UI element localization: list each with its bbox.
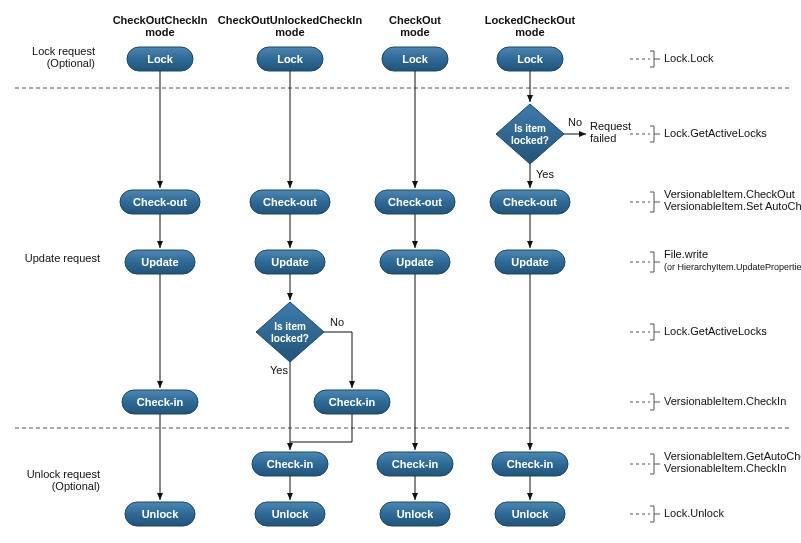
svg-text:locked?: locked? <box>511 135 549 146</box>
edge-no <box>324 332 352 388</box>
row-update: Update request <box>25 252 100 264</box>
col3-h1: CheckOut <box>389 14 441 26</box>
branch-no: No <box>330 316 344 328</box>
anno-get-active-locks-mid: Lock.GetActiveLocks <box>630 324 767 340</box>
svg-text:Unlock: Unlock <box>397 508 435 520</box>
svg-text:Update: Update <box>396 256 433 268</box>
anno-checkout: VersionableItem.CheckOut VersionableItem… <box>630 188 801 212</box>
svg-text:Is item: Is item <box>274 321 306 332</box>
svg-text:Lock.Unlock: Lock.Unlock <box>664 507 724 519</box>
col1: Lock Check-out Update Check-in Unlock <box>120 47 200 526</box>
svg-text:Check-out: Check-out <box>503 196 557 208</box>
col2: Lock Check-out Update Is item locked? No… <box>250 47 390 526</box>
svg-text:Lock: Lock <box>277 53 304 65</box>
svg-text:Update: Update <box>511 256 548 268</box>
svg-text:Unlock: Unlock <box>512 508 550 520</box>
svg-text:VersionableItem.GetAutoCheckIn: VersionableItem.GetAutoCheckIn <box>664 450 801 462</box>
svg-text:Update: Update <box>271 256 308 268</box>
svg-text:Check-in: Check-in <box>507 458 554 470</box>
svg-text:Check-out: Check-out <box>263 196 317 208</box>
col1-h1: CheckOutCheckIn <box>113 14 208 26</box>
svg-text:VersionableItem.CheckIn: VersionableItem.CheckIn <box>664 395 786 407</box>
svg-text:Check-out: Check-out <box>133 196 187 208</box>
col3: Lock Check-out Update Check-in Unlock <box>375 47 455 526</box>
column-headers: CheckOutCheckIn mode CheckOutUnlockedChe… <box>113 14 576 38</box>
anno-get-active-locks-top: Lock.GetActiveLocks <box>630 126 767 142</box>
edge-merge <box>290 414 352 442</box>
svg-text:Lock: Lock <box>147 53 174 65</box>
anno-lock-lock: Lock.Lock <box>630 51 714 67</box>
svg-text:File.write: File.write <box>664 248 708 260</box>
col4-h1: LockedCheckOut <box>485 14 576 26</box>
col1-h2: mode <box>145 26 174 38</box>
col4-h2: mode <box>515 26 544 38</box>
svg-text:Check-in: Check-in <box>392 458 439 470</box>
svg-text:Unlock: Unlock <box>272 508 310 520</box>
svg-text:Unlock: Unlock <box>142 508 180 520</box>
row-lock-l1: Lock request <box>32 45 95 57</box>
annotations: Lock.Lock Lock.GetActiveLocks Versionabl… <box>630 51 801 522</box>
row-labels: Lock request (Optional) Update request U… <box>25 45 100 492</box>
decision-is-item-locked: Is item locked? <box>256 302 324 362</box>
svg-text:Check-in: Check-in <box>137 396 184 408</box>
flowchart-diagram: CheckOutCheckIn mode CheckOutUnlockedChe… <box>0 0 801 543</box>
svg-text:Update: Update <box>141 256 178 268</box>
svg-text:locked?: locked? <box>271 333 309 344</box>
svg-text:Lock.GetActiveLocks: Lock.GetActiveLocks <box>664 325 767 337</box>
anno-file-write: File.write (or HierarchyItem.UpdatePrope… <box>630 248 801 272</box>
svg-text:Is item: Is item <box>514 123 546 134</box>
branch-yes: Yes <box>536 168 554 180</box>
svg-text:(or   HierarchyItem.UpdateProp: (or HierarchyItem.UpdateProperties) <box>664 262 801 272</box>
anno-checkin: VersionableItem.CheckIn <box>630 394 786 410</box>
branch-no: No <box>568 116 582 128</box>
svg-text:VersionableItem.Set AutoCheckI: VersionableItem.Set AutoCheckIn <box>664 200 801 212</box>
svg-text:Lock.Lock: Lock.Lock <box>664 52 714 64</box>
svg-text:Check-out: Check-out <box>388 196 442 208</box>
col4: Lock Is item locked? No Request failed Y… <box>490 47 631 526</box>
request-failed-l2: failed <box>590 132 616 144</box>
anno-lock-unlock: Lock.Unlock <box>630 506 724 522</box>
row-unlock-l2: (Optional) <box>52 480 100 492</box>
svg-text:Lock: Lock <box>517 53 544 65</box>
svg-text:Lock.GetActiveLocks: Lock.GetActiveLocks <box>664 127 767 139</box>
col2-h2: mode <box>275 26 304 38</box>
svg-text:VersionableItem.CheckIn: VersionableItem.CheckIn <box>664 462 786 474</box>
svg-text:VersionableItem.CheckOut: VersionableItem.CheckOut <box>664 188 795 200</box>
col2-h1: CheckOutUnlockedCheckIn <box>218 14 363 26</box>
svg-text:Lock: Lock <box>402 53 429 65</box>
branch-yes: Yes <box>270 364 288 376</box>
row-lock-l2: (Optional) <box>47 57 95 69</box>
col3-h2: mode <box>400 26 429 38</box>
request-failed-l1: Request <box>590 120 631 132</box>
svg-text:Check-in: Check-in <box>267 458 314 470</box>
decision-is-item-locked: Is item locked? <box>496 104 564 164</box>
svg-text:Check-in: Check-in <box>329 396 376 408</box>
anno-auto-checkin: VersionableItem.GetAutoCheckIn Versionab… <box>630 450 801 474</box>
row-unlock-l1: Unlock request <box>27 468 100 480</box>
